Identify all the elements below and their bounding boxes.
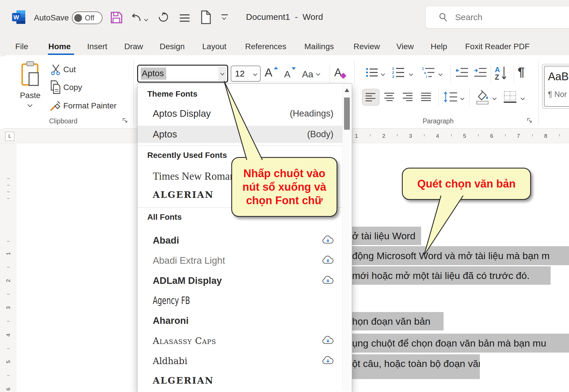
document-line[interactable]: mới hoặc mở một tài liệu đã có trước đó. bbox=[352, 266, 551, 285]
increase-indent-button[interactable] bbox=[473, 67, 487, 78]
font-size-combobox[interactable]: 12 bbox=[231, 66, 261, 82]
document-line[interactable]: họn đoạn văn bản bbox=[352, 312, 444, 330]
numbering-menu-chevron[interactable] bbox=[410, 71, 413, 77]
new-document-icon bbox=[200, 10, 212, 24]
bullets-button[interactable] bbox=[365, 67, 379, 78]
font-option-aptos-display[interactable]: Aptos Display bbox=[153, 106, 211, 122]
borders-button[interactable] bbox=[502, 89, 518, 105]
font-option-aptos[interactable]: Aptos bbox=[153, 126, 177, 142]
tab-insert[interactable]: Insert bbox=[87, 39, 107, 54]
svg-text:1: 1 bbox=[422, 67, 424, 71]
justify-button[interactable] bbox=[419, 89, 434, 104]
change-case-button[interactable]: Aa bbox=[302, 67, 325, 82]
document-line[interactable]: ụng chuột để chọn đoạn văn bản mà bạn mu bbox=[352, 334, 569, 353]
tab-selector[interactable]: L bbox=[5, 132, 14, 141]
decrease-indent-button[interactable] bbox=[455, 67, 469, 78]
font-option-times-new-roman[interactable]: Times New Roman bbox=[153, 168, 235, 184]
new-document-button[interactable] bbox=[199, 10, 213, 25]
search-input[interactable] bbox=[455, 12, 548, 22]
multilevel-list-button[interactable]: 1 a i bbox=[421, 66, 436, 79]
sort-button[interactable]: A Z bbox=[494, 66, 510, 82]
font-option-abadi[interactable]: Abadi bbox=[153, 232, 179, 248]
dialog-launcher-icon bbox=[526, 117, 533, 124]
cut-label[interactable]: Cut bbox=[63, 65, 76, 74]
small-divider bbox=[450, 65, 451, 83]
copy-button[interactable] bbox=[49, 80, 62, 94]
shading-menu-chevron[interactable] bbox=[493, 95, 496, 101]
font-option-agency-fb[interactable]: Agency FB bbox=[153, 292, 206, 309]
document-line[interactable]: ở tài liệu Word bbox=[352, 227, 421, 245]
tab-view[interactable]: View bbox=[396, 39, 414, 54]
bullets-menu-chevron[interactable] bbox=[381, 71, 384, 77]
clipboard-dialog-launcher[interactable] bbox=[121, 117, 129, 124]
ruler-number: 2 bbox=[5, 277, 12, 284]
autosave-state: Off bbox=[85, 14, 94, 22]
chevron-down-icon bbox=[316, 72, 320, 76]
vertical-ruler[interactable] bbox=[0, 143, 17, 392]
undo-menu-chevron[interactable] bbox=[145, 17, 148, 22]
font-option-algerian[interactable]: ALGERIAN bbox=[153, 187, 214, 203]
font-option-aldhabi[interactable]: Aldhabi bbox=[153, 353, 187, 369]
tab-mailings[interactable]: Mailings bbox=[304, 39, 334, 54]
line-spacing-button[interactable] bbox=[442, 89, 459, 105]
tab-file[interactable]: File bbox=[15, 39, 28, 54]
font-name-dropdown-button[interactable] bbox=[218, 66, 226, 81]
tab-review[interactable]: Review bbox=[354, 39, 380, 54]
copy-label[interactable]: Copy bbox=[63, 83, 82, 92]
font-option-aharoni[interactable]: Aharoni bbox=[153, 313, 189, 329]
undo-button[interactable] bbox=[129, 11, 143, 24]
ruler-number: 7 bbox=[515, 133, 522, 139]
menu-lines-icon bbox=[179, 14, 191, 23]
format-painter-label[interactable]: Format Painter bbox=[63, 101, 117, 110]
word-logo-icon: W bbox=[12, 10, 26, 26]
line-spacing-menu-chevron[interactable] bbox=[461, 95, 464, 101]
tab-references[interactable]: References bbox=[245, 39, 286, 54]
scrollbar-thumb[interactable] bbox=[344, 97, 350, 130]
dropdown-scrollbar[interactable] bbox=[342, 84, 351, 391]
align-left-button[interactable] bbox=[362, 89, 379, 106]
font-option-adlam-display[interactable]: ADLaM Display bbox=[153, 273, 222, 289]
tab-design[interactable]: Design bbox=[160, 39, 185, 54]
document-line[interactable]: ột câu, hoặc toàn bộ đoạn văn bản. bbox=[352, 354, 480, 373]
tab-layout[interactable]: Layout bbox=[202, 39, 226, 54]
borders-menu-chevron[interactable] bbox=[521, 95, 524, 101]
chevron-down-icon[interactable] bbox=[253, 72, 257, 76]
paste-label[interactable]: Paste bbox=[17, 91, 43, 100]
callout-choose-font: Nhấp chuột vào nút sổ xuống và chọn Font… bbox=[231, 157, 337, 217]
font-option-alasassy-caps[interactable]: Alasassy Caps bbox=[153, 333, 216, 349]
tab-help[interactable]: Help bbox=[431, 39, 447, 54]
font-option-abadi-extra-light[interactable]: Abadi Extra Light bbox=[153, 253, 225, 269]
tab-foxit-reader-pdf[interactable]: Foxit Reader PDF bbox=[465, 39, 530, 54]
numbering-button[interactable]: 1 2 3 bbox=[391, 66, 405, 79]
tab-home[interactable]: Home bbox=[48, 39, 71, 54]
format-painter-button[interactable] bbox=[49, 99, 62, 112]
touch-mouse-mode-button[interactable] bbox=[178, 13, 192, 24]
grow-font-button[interactable]: A bbox=[265, 66, 278, 82]
align-right-button[interactable] bbox=[400, 89, 415, 104]
align-center-button[interactable] bbox=[382, 89, 397, 104]
cut-button[interactable] bbox=[49, 63, 62, 76]
shading-button[interactable] bbox=[474, 88, 491, 106]
paragraph-dialog-launcher[interactable] bbox=[526, 117, 533, 124]
multilevel-menu-chevron[interactable] bbox=[439, 71, 442, 77]
clear-formatting-letter: A bbox=[334, 66, 341, 79]
styles-gallery[interactable]: AaBb ¶ Nor bbox=[542, 64, 569, 109]
paste-button[interactable] bbox=[19, 60, 42, 89]
clear-formatting-button[interactable]: A bbox=[334, 66, 349, 82]
paste-icon bbox=[20, 61, 41, 88]
tab-draw[interactable]: Draw bbox=[124, 39, 143, 54]
font-option-algerian-2[interactable]: ALGERIAN bbox=[153, 372, 214, 389]
style-card-normal[interactable]: AaBb ¶ Nor bbox=[544, 66, 569, 107]
font-name-combobox[interactable]: Aptos bbox=[137, 65, 228, 83]
redo-button[interactable] bbox=[156, 10, 171, 25]
scroll-up-arrow[interactable] bbox=[345, 88, 349, 92]
search-box[interactable] bbox=[425, 6, 569, 28]
document-line[interactable]: động Microsoft Word và mở tài liệu mà bạ… bbox=[352, 246, 569, 265]
shrink-font-button[interactable]: A bbox=[284, 67, 297, 82]
selection-trailing-block bbox=[352, 373, 480, 379]
customize-toolbar-button[interactable] bbox=[221, 14, 230, 22]
paste-menu-chevron[interactable] bbox=[28, 102, 32, 108]
autosave-toggle[interactable]: Off bbox=[72, 12, 102, 24]
show-paragraph-marks-button[interactable]: ¶ bbox=[518, 65, 529, 81]
save-button[interactable] bbox=[109, 10, 124, 25]
